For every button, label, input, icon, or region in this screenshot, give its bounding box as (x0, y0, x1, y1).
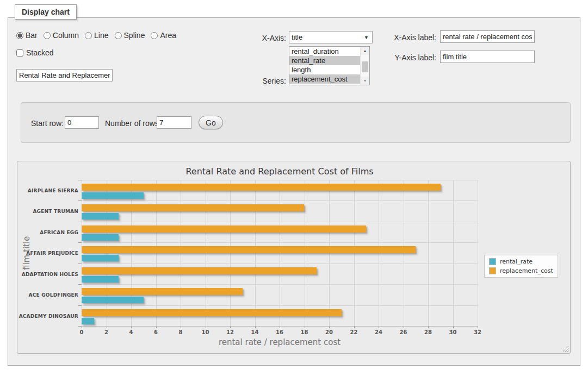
x-axis-select[interactable]: title ▼ (289, 31, 373, 43)
radio-area-input[interactable] (151, 32, 158, 39)
legend-item-replacement-cost: replacement_cost (489, 267, 553, 274)
x-axis-label-input[interactable] (440, 30, 535, 43)
resize-grip-icon[interactable] (562, 346, 568, 352)
gridline-vertical (453, 180, 454, 326)
bar-replacement_cost (82, 309, 342, 316)
bar-replacement_cost (82, 288, 243, 295)
category-label: AGENT TRUMAN (18, 209, 78, 214)
chart-legend: rental_rate replacement_cost (484, 255, 558, 278)
y-axis-tick (78, 200, 82, 201)
start-row-caption: Start row: (31, 119, 64, 128)
chevron-down-icon: ▼ (364, 35, 369, 40)
x-tick-label: 2 (98, 329, 115, 335)
gridline-vertical (478, 180, 478, 326)
bar-replacement_cost (82, 267, 317, 274)
x-axis-caption: X-Axis: (240, 34, 286, 42)
gridline-horizontal (82, 242, 478, 243)
chart-panel: Rental Rate and Replacement Cost of Film… (17, 161, 571, 354)
series-listbox[interactable]: rental_duration rental_rate length repla… (289, 46, 370, 85)
y-axis-label-input[interactable] (440, 51, 535, 63)
listbox-scrollbar[interactable]: ▲ ▼ (360, 47, 369, 85)
bar-replacement_cost (82, 204, 304, 211)
category-label: ACE GOLDFINGER (18, 292, 78, 298)
x-tick-label: 0 (73, 329, 90, 335)
chart-type-radio-group: Bar Column Line Spline Area (16, 31, 176, 40)
legend-item-rental-rate: rental_rate (489, 258, 553, 265)
radio-spline[interactable]: Spline (115, 31, 145, 40)
radio-line-input[interactable] (85, 32, 92, 39)
gridline-horizontal (82, 200, 478, 201)
y-axis-tick (78, 242, 82, 243)
num-rows-input[interactable] (157, 116, 191, 129)
x-axis-title: rental rate / replacement cost (82, 337, 478, 347)
series-option-rental-rate[interactable]: rental_rate (289, 56, 360, 65)
stacked-checkbox-row[interactable]: Stacked (16, 48, 54, 57)
row-controls-panel: Start row: Number of rows: Go (21, 102, 571, 143)
y-axis-tick (78, 264, 82, 264)
category-label: ACADEMY DINOSAUR (18, 313, 78, 319)
radio-bar-label: Bar (26, 31, 38, 40)
gridline-horizontal (82, 180, 478, 180)
legend-swatch-replacement-cost (489, 267, 496, 274)
bar-replacement_cost (82, 246, 416, 253)
x-tick-label: 30 (445, 329, 461, 335)
y-axis-tick (78, 284, 82, 285)
x-tick-label: 20 (321, 329, 337, 335)
gridline-horizontal (82, 284, 478, 285)
gridline-horizontal (82, 264, 478, 264)
radio-area[interactable]: Area (151, 31, 176, 40)
bar-rental_rate (82, 192, 144, 199)
legend-label-replacement-cost: replacement_cost (500, 267, 553, 274)
x-tick-label: 10 (197, 329, 214, 335)
scroll-down-icon[interactable]: ▼ (361, 77, 369, 85)
scrollbar-thumb[interactable] (362, 61, 368, 72)
radio-spline-input[interactable] (115, 32, 122, 39)
start-row-input[interactable] (65, 116, 99, 129)
x-tick-label: 32 (469, 329, 486, 335)
radio-bar[interactable]: Bar (16, 31, 38, 40)
bar-replacement_cost (82, 184, 441, 191)
radio-line[interactable]: Line (85, 31, 108, 40)
fieldset-legend: Display chart (15, 4, 77, 20)
x-tick-label: 22 (346, 329, 362, 335)
gridline-horizontal (82, 222, 478, 222)
radio-bar-input[interactable] (16, 32, 23, 39)
legend-label-rental-rate: rental_rate (500, 258, 533, 265)
radio-spline-label: Spline (124, 31, 145, 40)
display-chart-fieldset: Display chart Bar Column Line Spline Are… (8, 17, 580, 366)
bar-replacement_cost (82, 225, 366, 233)
stacked-label: Stacked (26, 48, 54, 57)
x-tick-label: 6 (148, 329, 164, 335)
series-option-length[interactable]: length (289, 65, 360, 74)
series-caption: Series: (240, 77, 286, 85)
x-tick-label: 18 (296, 329, 313, 335)
series-option-replacement-cost[interactable]: replacement_cost (289, 74, 360, 84)
y-axis-tick (78, 326, 82, 327)
x-tick-label: 24 (370, 329, 387, 335)
x-tick-label: 14 (247, 329, 263, 335)
x-axis-tick (478, 326, 478, 328)
num-rows-caption: Number of rows: (105, 119, 161, 128)
x-tick-label: 4 (123, 329, 139, 335)
legend-swatch-rental-rate (489, 258, 496, 265)
bar-rental_rate (82, 255, 119, 261)
y-axis-tick (78, 222, 82, 222)
bar-rental_rate (82, 297, 144, 303)
radio-column-input[interactable] (44, 32, 51, 39)
radio-area-label: Area (160, 31, 176, 40)
gridline-horizontal (82, 305, 478, 306)
x-tick-label: 16 (271, 329, 288, 335)
go-button[interactable]: Go (199, 116, 223, 129)
category-label: ADAPTATION HOLES (18, 272, 78, 277)
radio-column[interactable]: Column (44, 31, 79, 40)
x-axis-line (82, 326, 478, 327)
series-option-rental-duration[interactable]: rental_duration (289, 47, 360, 56)
chart-title-input[interactable] (16, 69, 113, 81)
radio-line-label: Line (94, 31, 108, 40)
bar-rental_rate (82, 318, 94, 324)
scroll-up-icon[interactable]: ▲ (361, 47, 369, 55)
x-tick-label: 26 (395, 329, 412, 335)
stacked-checkbox[interactable] (16, 49, 23, 57)
radio-column-label: Column (53, 31, 79, 40)
bar-rental_rate (82, 213, 119, 220)
